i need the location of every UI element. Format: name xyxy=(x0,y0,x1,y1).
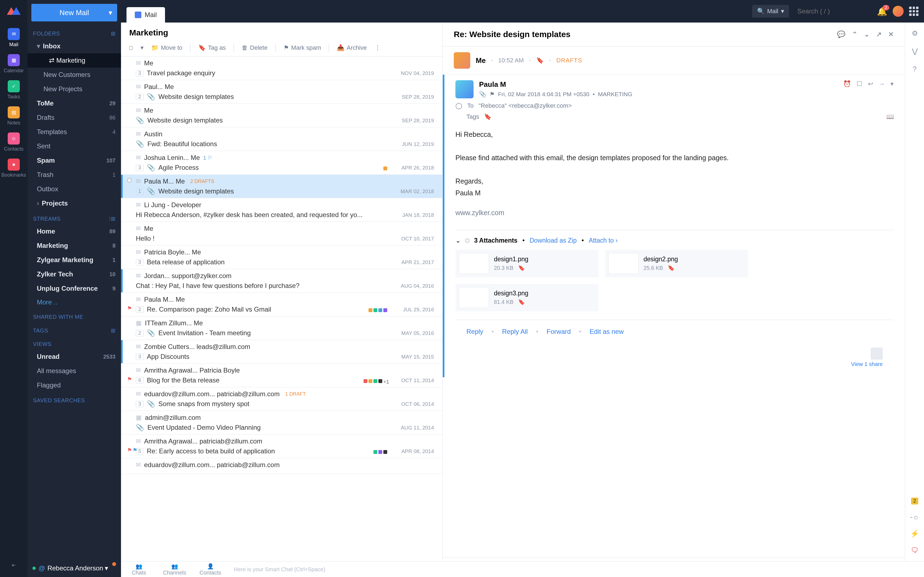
rail-mail[interactable]: ✉Mail xyxy=(0,25,27,51)
folder-outbox[interactable]: Outbox xyxy=(27,182,121,196)
message-row[interactable]: ✉Amritha Agrawal... Patricia Boyle6Blog … xyxy=(121,364,442,387)
feedback-icon[interactable]: 🗨 xyxy=(911,546,918,555)
stream-home[interactable]: Home89 xyxy=(27,224,121,239)
add-tag-icon[interactable]: ⊞ xyxy=(111,327,116,334)
rail-collapse[interactable]: ⇤ xyxy=(0,559,27,572)
folder-projects[interactable]: ›Projects xyxy=(27,196,121,211)
stream-unplug[interactable]: Unplug Conference9 xyxy=(27,281,121,296)
attachment-card[interactable]: design1.png20.3 KB 🔖 xyxy=(456,250,598,277)
folder-sent[interactable]: Sent xyxy=(27,139,121,153)
widget-badge[interactable]: 2 xyxy=(911,498,918,504)
close-button[interactable]: ✕ xyxy=(888,31,894,38)
message-row[interactable]: ✉Paul... Me2📎Website design templatesSEP… xyxy=(121,80,442,104)
attachment-card[interactable]: design2.png25.6 KB 🔖 xyxy=(605,250,748,277)
msg-more-icon[interactable]: ▾ xyxy=(890,80,894,88)
view-unread[interactable]: Unread2533 xyxy=(27,350,121,364)
tag-as-button[interactable]: 🔖Tag as xyxy=(198,44,226,52)
rail-calendar[interactable]: ▦Calendar xyxy=(0,51,27,77)
message-row[interactable]: ✉Paula M... Me2 DRAFTS1📎Website design t… xyxy=(121,175,442,198)
forward-link[interactable]: Forward xyxy=(547,328,571,335)
view-flagged[interactable]: Flagged xyxy=(27,378,121,392)
search-input[interactable] xyxy=(795,5,871,18)
draft-row[interactable]: Me • 10:52 AM • 🔖 • DRAFTS xyxy=(443,47,905,75)
reply-icon[interactable]: ↩ xyxy=(868,80,873,88)
stream-zylgear[interactable]: Zylgear Marketing1 xyxy=(27,253,121,267)
message-row[interactable]: ✉Li Jung - DeveloperHi Rebecca Anderson,… xyxy=(121,198,442,222)
reply-link[interactable]: Reply xyxy=(467,328,483,335)
widget-icon[interactable]: ⋁ xyxy=(912,47,918,55)
chat-icon[interactable]: 💬 xyxy=(837,31,845,38)
view-all[interactable]: All messages xyxy=(27,364,121,378)
rail-bookmarks[interactable]: ★Bookmarks xyxy=(0,155,27,181)
user-avatar[interactable] xyxy=(893,6,904,17)
message-row[interactable]: ✉eduardov@zillum.com... patriciab@zillum… xyxy=(121,458,442,474)
folder-inbox[interactable]: ▾Inbox xyxy=(27,39,121,53)
message-row[interactable]: ✉Jordan... support@zylker.comChat : Hey … xyxy=(121,269,442,293)
message-row[interactable]: ✉Amritha Agrawal... patriciab@zillum.com… xyxy=(121,435,442,458)
add-folder-icon[interactable]: ⊞ xyxy=(111,30,116,37)
message-list[interactable]: ✉Me3Travel package enquiryNOV 04, 2019✉P… xyxy=(121,56,442,577)
streams-actions-icon[interactable]: ⁝⊞ xyxy=(109,215,115,222)
remind-icon[interactable]: ⏰ xyxy=(843,80,851,88)
folder-trash[interactable]: Trash1 xyxy=(27,168,121,182)
add-tag-icon[interactable]: 🔖 xyxy=(484,113,491,120)
message-row[interactable]: ✉Paula M... Me2Re. Comparison page: Zoho… xyxy=(121,293,442,316)
bottom-chats[interactable]: 👥Chats xyxy=(121,563,157,576)
forward-icon[interactable]: → xyxy=(879,80,885,88)
folder-tome[interactable]: ToMe29 xyxy=(27,96,121,110)
more-actions-button[interactable]: ⋮ xyxy=(375,44,381,52)
folder-drafts[interactable]: Drafts86 xyxy=(27,110,121,125)
new-mail-button[interactable]: New Mail xyxy=(31,4,117,21)
stream-marketing[interactable]: Marketing8 xyxy=(27,239,121,253)
folder-marketing[interactable]: ⇄ Marketing xyxy=(27,53,121,68)
streams-more[interactable]: More .. xyxy=(27,296,121,309)
activity-icon[interactable]: -☼ xyxy=(910,513,919,521)
apps-grid-icon[interactable] xyxy=(909,6,919,16)
rail-contacts[interactable]: ☺Contacts xyxy=(0,129,27,155)
rail-notes[interactable]: ▤Notes xyxy=(0,103,27,129)
message-row[interactable]: ✉Patricia Boyle... Me3Beta release of ap… xyxy=(121,246,442,269)
edit-as-new-link[interactable]: Edit as new xyxy=(590,328,624,335)
notifications-button[interactable]: 🔔2 xyxy=(877,6,887,16)
message-row[interactable]: ✉Me3Travel package enquiryNOV 04, 2019 xyxy=(121,56,442,80)
move-to-button[interactable]: 📁Move to xyxy=(151,44,183,52)
message-row[interactable]: ▦ITTeam Zillum... Me2📎Event Invitation -… xyxy=(121,316,442,340)
folder-spam[interactable]: Spam107 xyxy=(27,153,121,168)
help-icon[interactable]: ? xyxy=(913,65,917,73)
message-row[interactable]: ✉Joshua Lenin... Me1 ⚐3📎Agile ProcessAPR… xyxy=(121,151,442,175)
message-row[interactable]: ▦admin@zillum.com📎Event Updated - Demo V… xyxy=(121,411,442,435)
folder-templates[interactable]: Templates4 xyxy=(27,125,121,139)
delete-button[interactable]: 🗑Delete xyxy=(242,44,268,52)
popout-button[interactable]: ↗ xyxy=(876,31,882,38)
bottom-contacts[interactable]: 👤Contacts xyxy=(192,563,228,576)
folder-new-projects[interactable]: New Projects xyxy=(27,82,121,96)
attachment-card[interactable]: design3.png81.4 KB 🔖 xyxy=(456,284,598,311)
attach-to-link[interactable]: Attach to › xyxy=(589,237,618,244)
download-zip-link[interactable]: Download as Zip xyxy=(530,237,577,244)
collapse-icon[interactable]: ⌄ xyxy=(456,237,460,244)
folder-new-customers[interactable]: New Customers xyxy=(27,68,121,82)
archive-msg-icon[interactable]: ☐ xyxy=(857,80,863,88)
message-row[interactable]: ✉Me📎Website design templatesSEP 28, 2019 xyxy=(121,104,442,127)
message-row[interactable]: ✉Zombie Cutters... leads@zillum.com3App … xyxy=(121,340,442,364)
msg-checkbox[interactable] xyxy=(128,179,131,182)
settings-icon[interactable]: ⚙ xyxy=(912,29,918,38)
rail-tasks[interactable]: ✓Tasks xyxy=(0,77,27,103)
message-row[interactable]: ✉Austin📎Fwd: Beautiful locationsJUN 12, … xyxy=(121,127,442,151)
search-scope[interactable]: 🔍Mail▾ xyxy=(752,5,789,18)
view-shares-link[interactable]: View 1 share xyxy=(851,361,883,367)
message-row[interactable]: ✉MeHello !OCT 10, 2017 xyxy=(121,222,442,246)
att-select-all[interactable] xyxy=(465,239,469,242)
current-user[interactable]: @ Rebecca Anderson ▾ xyxy=(27,559,121,577)
select-all-checkbox[interactable] xyxy=(129,46,133,50)
tab-mail[interactable]: Mail xyxy=(126,7,165,23)
bottom-channels[interactable]: 👥Channels xyxy=(157,563,192,576)
next-msg-button[interactable]: ⌄ xyxy=(864,31,869,38)
archive-button[interactable]: 📥Archive xyxy=(337,44,367,52)
message-row[interactable]: ✉eduardov@zillum.com... patriciab@zillum… xyxy=(121,387,442,411)
reply-all-link[interactable]: Reply All xyxy=(502,328,528,335)
stream-zylker-tech[interactable]: Zylker Tech10 xyxy=(27,267,121,281)
integrations-icon[interactable]: ⚡ xyxy=(910,529,919,538)
mark-spam-button[interactable]: ⚑Mark spam xyxy=(284,44,321,52)
prev-msg-button[interactable]: ⌃ xyxy=(852,31,858,38)
